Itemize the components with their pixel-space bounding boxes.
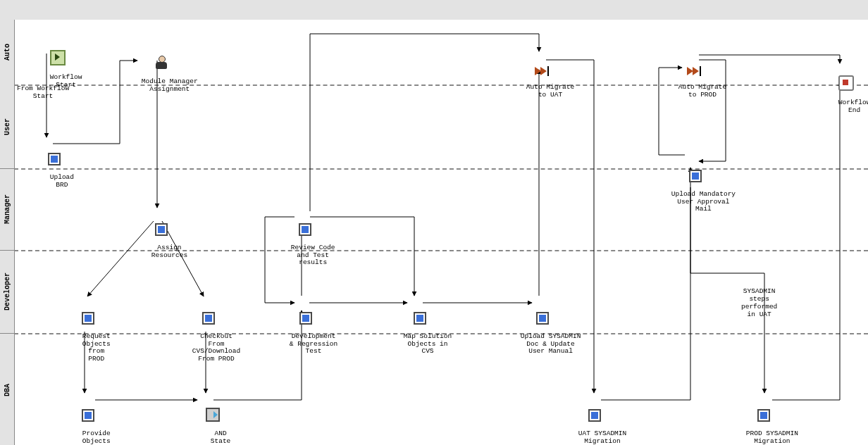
review-code[interactable]: Review Code and Test results bbox=[275, 208, 335, 274]
prod-sysadmin-migration[interactable]: PROD SYSADMIN Migration bbox=[730, 394, 798, 445]
request-objects[interactable]: Request Objects from PROD bbox=[66, 297, 111, 370]
task-icon bbox=[414, 312, 426, 325]
upload-sysadmin-doc[interactable]: Upload SYSADMIN Doc & Update User Manual bbox=[504, 297, 581, 363]
lane-label-auto: Auto bbox=[0, 20, 14, 84]
upload-approval-mail[interactable]: Upload Mandatory User Approval Mail bbox=[655, 155, 736, 220]
fast-forward-icon bbox=[535, 67, 550, 75]
review-code-label: Review Code and Test results bbox=[291, 244, 335, 266]
lane-separator bbox=[14, 168, 868, 170]
auto-migrate-prod[interactable]: Auto Migrate to PROD bbox=[662, 52, 726, 106]
task-icon bbox=[757, 409, 770, 422]
task-icon bbox=[299, 312, 312, 325]
prod-sysadmin-migration-label: PROD SYSADMIN Migration bbox=[746, 430, 798, 445]
uat-sysadmin-migration[interactable]: UAT SYSADMIN Migration bbox=[562, 394, 626, 445]
provide-objects-label: Provide Objects from PROD bbox=[82, 430, 111, 445]
workflow-end[interactable]: Workflow End bbox=[822, 61, 868, 122]
upload-approval-mail-label: Upload Mandatory User Approval Mail bbox=[671, 191, 736, 213]
assign-resources[interactable]: Assign Resources bbox=[135, 208, 187, 267]
task-icon bbox=[536, 312, 549, 325]
checkout-cvs-label: Checkout From CVS/Download From PROD bbox=[192, 333, 240, 363]
and-state-label: AND State bbox=[211, 430, 231, 445]
and-gate-icon bbox=[206, 408, 220, 422]
edge-label-from-workflow-start: From Workflow Start bbox=[17, 84, 69, 100]
development-regression[interactable]: Development & Regression Test bbox=[273, 297, 337, 363]
lane-label-dba: DBA bbox=[0, 333, 14, 445]
task-icon bbox=[588, 409, 601, 422]
fast-forward-icon bbox=[687, 67, 702, 75]
module-manager-assignment[interactable]: Module Manager Assignment bbox=[125, 41, 198, 101]
map-solution[interactable]: Map Solution Objects in CVS bbox=[388, 297, 452, 363]
assign-resources-label: Assign Resources bbox=[151, 244, 187, 259]
upload-brd-label: Upload BRD bbox=[50, 174, 74, 189]
and-state[interactable]: AND State bbox=[194, 393, 230, 445]
workflow-end-label: Workflow End bbox=[838, 99, 868, 114]
swimlane-label-column: Auto User Manager Developer DBA bbox=[0, 20, 15, 445]
app-header-band bbox=[0, 0, 868, 20]
request-objects-label: Request Objects from PROD bbox=[82, 333, 111, 363]
auto-migrate-uat-label: Auto Migrate to UAT bbox=[526, 84, 574, 99]
task-icon bbox=[202, 312, 215, 325]
stop-icon bbox=[838, 75, 854, 91]
map-solution-label: Map Solution Objects in CVS bbox=[404, 333, 452, 355]
lane-label-manager: Manager bbox=[0, 168, 14, 251]
task-icon bbox=[82, 409, 94, 422]
upload-sysadmin-doc-label: Upload SYSADMIN Doc & Update User Manual bbox=[521, 333, 581, 355]
swimlane-diagram: Auto User Manager Developer DBA bbox=[0, 20, 868, 445]
sysadmin-steps-label: SYSADMIN steps performed in UAT bbox=[741, 287, 777, 318]
task-icon bbox=[689, 170, 702, 182]
task-icon bbox=[82, 312, 94, 325]
uat-sysadmin-migration-label: UAT SYSADMIN Migration bbox=[578, 430, 626, 445]
task-icon bbox=[48, 153, 61, 165]
checkout-cvs[interactable]: Checkout From CVS/Download From PROD bbox=[176, 297, 240, 370]
auto-migrate-prod-label: Auto Migrate to PROD bbox=[678, 84, 726, 99]
auto-migrate-uat[interactable]: Auto Migrate to UAT bbox=[510, 52, 574, 106]
module-manager-assignment-label: Module Manager Assignment bbox=[142, 78, 198, 93]
task-icon bbox=[155, 223, 168, 236]
upload-brd[interactable]: Upload BRD bbox=[34, 138, 74, 196]
development-regression-label: Development & Regression Test bbox=[290, 333, 337, 355]
lane-label-developer: Developer bbox=[0, 250, 14, 334]
play-icon bbox=[50, 50, 66, 65]
person-icon bbox=[154, 56, 168, 70]
lane-label-user: User bbox=[0, 84, 14, 169]
task-icon bbox=[299, 223, 311, 236]
provide-objects[interactable]: Provide Objects from PROD bbox=[66, 394, 111, 445]
